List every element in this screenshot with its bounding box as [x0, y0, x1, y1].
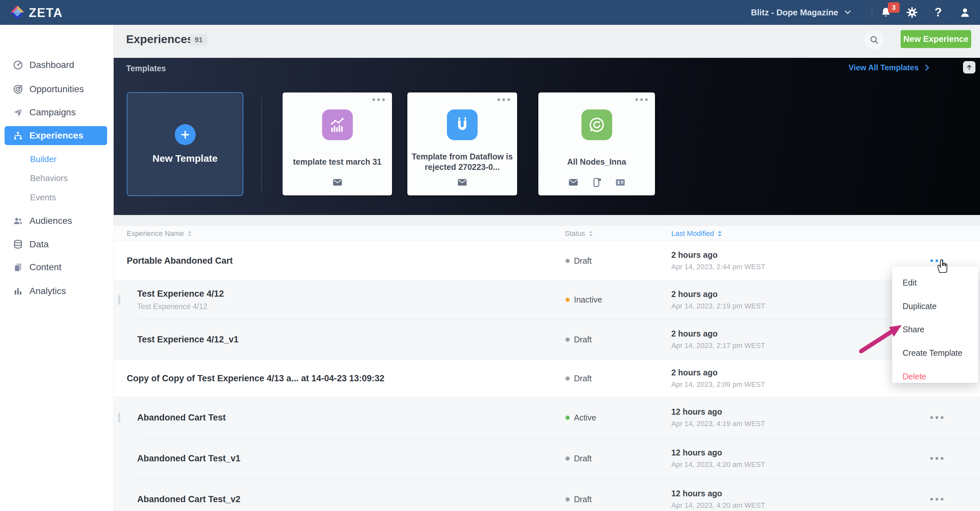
table-row[interactable]: Copy of Copy of Test Experience 4/13 a..…	[114, 360, 980, 397]
workspace-selector[interactable]: Blitz - Dope Magazine	[751, 0, 852, 25]
template-card[interactable]: Template from Dataflow is rejected 27022…	[407, 92, 517, 196]
template-name: All Nodes_Inna	[542, 150, 651, 174]
new-experience-button[interactable]: New Experience	[900, 30, 971, 48]
mobile-channel-icon	[592, 177, 602, 188]
top-navbar: ZETA Blitz - Dope Magazine 3	[0, 0, 980, 25]
chevron-right-icon	[923, 64, 931, 72]
table-row[interactable]: Test Experience 4/12_v1 Draft 2 hours ag…	[114, 320, 980, 360]
bar-chart-icon	[13, 285, 24, 297]
sidebar-item-dashboard[interactable]: Dashboard	[0, 56, 114, 75]
workspace-name: Blitz - Dope Magazine	[751, 8, 838, 18]
sidebar-item-campaigns[interactable]: Campaigns	[0, 103, 114, 122]
modified-ago: 2 hours ago	[671, 290, 765, 299]
status-label: Draft	[574, 335, 592, 344]
view-all-templates-link[interactable]: View All Templates	[849, 63, 931, 72]
context-menu-item-edit[interactable]: Edit	[902, 278, 916, 288]
modified-ago: 2 hours ago	[671, 329, 765, 339]
sidebar-subitem-behaviors[interactable]: Behaviors	[30, 173, 68, 183]
gear-icon	[906, 6, 918, 19]
table-row[interactable]: Portable Abandoned Cart Draft 2 hours ag…	[114, 241, 980, 280]
table-row[interactable]: Abandoned Cart Test Active 12 hours agoA…	[114, 397, 980, 438]
card-menu-button[interactable]	[498, 98, 510, 101]
experience-subtitle: Test Experience 4/12	[137, 302, 224, 311]
templates-panel: Templates View All Templates New Templat…	[114, 58, 980, 215]
template-card[interactable]: template test march 31	[283, 92, 392, 196]
experiences-count-badge: 91	[190, 34, 207, 46]
row-actions-button[interactable]	[930, 498, 943, 501]
version-indicator	[118, 413, 120, 422]
people-icon	[13, 215, 24, 226]
notification-badge: 3	[888, 2, 900, 13]
zeta-app: ZETA Blitz - Dope Magazine 3	[0, 0, 980, 511]
card-menu-button[interactable]	[635, 98, 648, 101]
new-template-card[interactable]: New Template	[127, 92, 243, 196]
row-context-menu: Edit Duplicate Share Create Template Del…	[892, 266, 978, 383]
context-menu-item-create-template[interactable]: Create Template	[902, 348, 963, 358]
modified-date: Apr 14, 2023, 4:20 am WEST	[671, 501, 765, 510]
modified-date: Apr 14, 2023, 2:17 pm WEST	[671, 341, 765, 350]
zeta-logo-icon[interactable]	[10, 5, 25, 20]
navbar-divider	[872, 6, 872, 19]
table-row[interactable]: Abandoned Cart Test_v1 Draft 12 hours ag…	[114, 438, 980, 479]
sidebar-item-label: Campaigns	[29, 107, 76, 118]
sort-icon	[588, 230, 593, 237]
column-header-last-modified[interactable]: Last Modified	[671, 226, 722, 242]
sidebar-subitem-events[interactable]: Events	[30, 193, 56, 202]
new-template-label: New Template	[153, 153, 218, 164]
modified-date: Apr 14, 2023, 2:44 pm WEST	[671, 263, 765, 271]
sidebar-item-audiences[interactable]: Audiences	[0, 212, 114, 230]
status-label: Draft	[574, 374, 592, 383]
column-header-experience-name[interactable]: Experience Name	[127, 226, 192, 242]
status-dot	[565, 497, 570, 501]
sidebar-item-opportunities[interactable]: Opportunities	[0, 80, 114, 99]
experience-name: Abandoned Cart Test_v1	[137, 454, 240, 463]
help-button[interactable]: ?	[928, 0, 948, 25]
table-header: Experience Name Status Last Modified	[114, 225, 980, 241]
user-profile-button[interactable]	[955, 0, 975, 25]
status-label: Draft	[574, 495, 592, 504]
context-menu-item-delete[interactable]: Delete	[902, 372, 926, 381]
status-dot	[565, 337, 570, 342]
context-menu-item-share[interactable]: Share	[902, 325, 924, 334]
row-actions-button[interactable]	[930, 457, 943, 460]
column-header-status[interactable]: Status	[565, 226, 593, 242]
sidebar-item-label: Audiences	[29, 216, 72, 226]
sidebar-item-data[interactable]: Data	[0, 235, 114, 254]
sidebar-item-experiences[interactable]: Experiences	[5, 126, 107, 145]
cards-divider	[261, 97, 262, 191]
table-row[interactable]: Test Experience 4/12 Test Experience 4/1…	[114, 280, 980, 319]
sidebar-subitem-builder[interactable]: Builder	[30, 154, 57, 164]
status-label: Active	[574, 413, 596, 422]
modified-date: Apr 14, 2023, 2:09 pm WEST	[671, 380, 765, 389]
sort-icon	[718, 230, 722, 237]
card-menu-button[interactable]	[372, 98, 385, 101]
context-menu-item-duplicate[interactable]: Duplicate	[902, 302, 937, 311]
status-label: Inactive	[574, 295, 602, 304]
row-actions-button[interactable]	[930, 416, 943, 419]
template-card[interactable]: All Nodes_Inna	[538, 92, 655, 196]
contact-card-channel-icon	[615, 177, 625, 188]
status-dot	[565, 298, 570, 302]
search-icon	[869, 35, 879, 45]
view-all-label: View All Templates	[849, 63, 919, 72]
magnet-template-icon	[447, 110, 477, 140]
speedometer-icon	[13, 59, 24, 70]
target-icon	[13, 84, 24, 95]
sidebar-item-label: Dashboard	[29, 60, 74, 70]
column-label: Last Modified	[671, 229, 714, 238]
template-name: template test march 31	[286, 150, 388, 174]
email-channel-icon	[332, 177, 343, 188]
experience-name: Test Experience 4/12_v1	[137, 334, 239, 345]
collapse-panel-button[interactable]	[963, 61, 975, 73]
row-actions-button[interactable]	[930, 259, 943, 262]
page-title: Experiences	[126, 33, 193, 46]
arrow-up-icon	[965, 64, 973, 71]
sidebar-item-analytics[interactable]: Analytics	[0, 282, 114, 301]
sidebar-item-label: Opportunities	[29, 84, 84, 94]
table-row[interactable]: Abandoned Cart Test_v2 Draft 12 hours ag…	[114, 479, 980, 511]
modified-ago: 2 hours ago	[671, 250, 765, 260]
search-button[interactable]	[864, 30, 884, 50]
sidebar-item-content[interactable]: Content	[0, 258, 114, 277]
settings-button[interactable]	[902, 0, 922, 25]
brand-title: ZETA	[29, 6, 63, 20]
